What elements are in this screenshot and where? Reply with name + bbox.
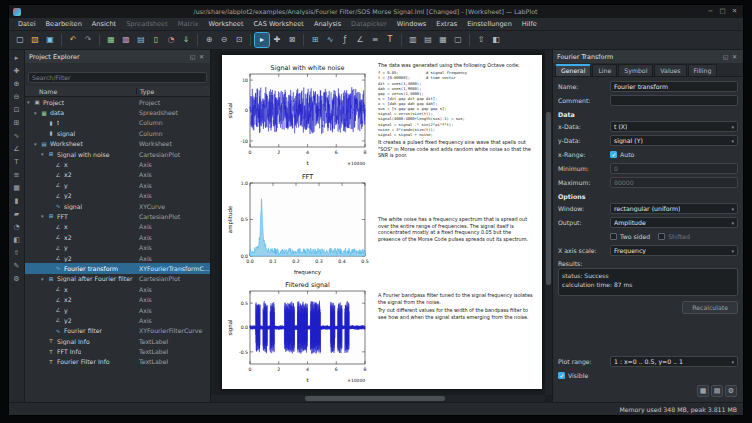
menu-extras[interactable]: Extras <box>431 18 462 31</box>
menu-datei[interactable]: Datei <box>13 18 41 31</box>
tree-row[interactable]: ∠yAxis <box>25 305 210 315</box>
histogram-tool-icon[interactable]: ▮ <box>11 195 23 207</box>
export-tool-icon[interactable]: ⇧ <box>11 247 23 259</box>
tree-row[interactable]: ▾⊞FFTCartesianPlot <box>25 211 210 221</box>
add-legend-icon[interactable]: ≡ <box>368 33 382 47</box>
add-text-label-icon[interactable]: T <box>383 33 397 47</box>
new-worksheet-icon[interactable]: ▤ <box>134 33 148 47</box>
add-legend-tool-icon[interactable]: ≡ <box>11 169 23 181</box>
tree-row[interactable]: ∠xAxis <box>25 159 210 169</box>
x-data-select[interactable]: t (X) ▾ <box>610 121 738 132</box>
text-label-filter-info[interactable]: A Fourier bandpass filter tuned to the s… <box>374 276 538 385</box>
new-spreadsheet-icon[interactable]: ▦ <box>104 33 118 47</box>
datapicker-tool-icon[interactable]: ◔ <box>11 221 23 233</box>
horizontal-layout-icon[interactable]: ▤ <box>421 33 435 47</box>
tree-row[interactable]: ▾⊞Signal after Fourier filterCartesianPl… <box>25 274 210 284</box>
undo-icon[interactable]: ↶ <box>66 33 80 47</box>
plot-fft[interactable]: FFT0.00.10.20.30.40.50.00.51.0frequencya… <box>224 168 374 277</box>
tree-row[interactable]: ∠x2Axis <box>25 232 210 242</box>
select-mode-icon[interactable]: ▸ <box>255 33 269 47</box>
text-label-signal-info[interactable]: The data was generated using the followi… <box>374 59 538 168</box>
output-select[interactable]: Amplitude ▾ <box>610 217 738 228</box>
recalculate-button[interactable]: Recalculate <box>682 301 738 314</box>
add-equation-curve-icon[interactable]: ƒ <box>338 33 352 47</box>
column-header-type[interactable]: Type <box>136 88 210 95</box>
close-properties-icon[interactable]: ✕ <box>730 53 739 60</box>
tree-row[interactable]: TFFT InfoTextLabel <box>25 346 210 356</box>
menu-spreadsheet[interactable]: Spreadsheet <box>121 18 173 31</box>
float-properties-icon[interactable]: ◱ <box>721 53 730 60</box>
plot-filtered-signal[interactable]: Filtered signal02468-0.50.00.5t×10000sig… <box>224 276 374 385</box>
plot-range-select[interactable]: 1 : x=0 .. 0.5, y=0 .. 1 ▾ <box>610 356 738 367</box>
menu-ansicht[interactable]: Ansicht <box>87 18 121 31</box>
import-icon[interactable]: ⇓ <box>179 33 193 47</box>
column-header-name[interactable]: Name <box>25 88 136 95</box>
menu-analysis[interactable]: Analysis <box>309 18 346 31</box>
comment-input[interactable] <box>610 95 738 106</box>
vertical-scrollbar[interactable] <box>545 50 552 395</box>
zoom-out-tool-icon[interactable]: ⊖ <box>11 91 23 103</box>
zoom-in-icon[interactable]: ⊕ <box>202 33 216 47</box>
minimize-button[interactable]: − <box>706 7 715 16</box>
tree-row[interactable]: ∠yAxis <box>25 180 210 190</box>
save-project-icon[interactable]: ▣ <box>43 33 57 47</box>
menu-cas-worksheet[interactable]: CAS Worksheet <box>249 18 309 31</box>
vertical-layout-icon[interactable]: ▥ <box>406 33 420 47</box>
tree-row[interactable]: ∠xAxis <box>25 222 210 232</box>
visible-checkbox[interactable] <box>558 372 565 379</box>
barchart-tool-icon[interactable]: ▰ <box>11 208 23 220</box>
titlebar[interactable]: /usr/share/labplot2/examples/Analysis/Fo… <box>9 5 743 18</box>
add-axis-tool-icon[interactable]: ∠ <box>11 143 23 155</box>
tree-row[interactable]: ∠y2Axis <box>25 253 210 263</box>
menu-matrix[interactable]: Matrix <box>173 18 204 31</box>
x-axis-scale-select[interactable]: Frequency ▾ <box>610 245 738 256</box>
zoom-select-mode-icon[interactable]: ⊠ <box>285 33 299 47</box>
tab-filling[interactable]: Filling <box>688 64 718 76</box>
zoom-fit-tool-icon[interactable]: ⊡ <box>11 104 23 116</box>
zoom-out-icon[interactable]: ⊖ <box>217 33 231 47</box>
tree-row[interactable]: ∿signalXYCurve <box>25 201 210 211</box>
tree-row[interactable]: ∠xAxis <box>25 284 210 294</box>
add-curve-icon[interactable]: ∿ <box>323 33 337 47</box>
redo-icon[interactable]: ↷ <box>81 33 95 47</box>
grid-tool-icon[interactable]: ▦ <box>11 182 23 194</box>
x-range-auto-checkbox[interactable] <box>610 151 617 158</box>
tree-row[interactable]: ∠y2Axis <box>25 315 210 325</box>
add-axis-icon[interactable]: ∠ <box>353 33 367 47</box>
grid-layout-icon[interactable]: ▦ <box>436 33 450 47</box>
tree-row[interactable]: ▮tColumn <box>25 118 210 128</box>
crosshair-tool-icon[interactable]: ✚ <box>11 65 23 77</box>
add-plot-icon[interactable]: ⊞ <box>308 33 322 47</box>
tree-row[interactable]: ∿Fourier transformXYFourierTransformCurv… <box>25 263 210 273</box>
dock-settings-icon[interactable]: ⚙ <box>725 385 737 397</box>
float-dock-icon[interactable]: ◱ <box>188 53 197 60</box>
horizontal-scrollbar[interactable] <box>211 395 545 402</box>
search-input[interactable] <box>28 72 207 83</box>
menu-hilfe[interactable]: Hilfe <box>517 18 542 31</box>
zoom-fit-icon[interactable]: ⊡ <box>232 33 246 47</box>
new-project-icon[interactable]: ▢ <box>13 33 27 47</box>
pan-mode-icon[interactable]: ✚ <box>270 33 284 47</box>
tree-row[interactable]: TSignal InfoTextLabel <box>25 336 210 346</box>
close-dock-icon[interactable]: ✕ <box>197 53 206 60</box>
new-datapicker-icon[interactable]: ◔ <box>164 33 178 47</box>
tree-row[interactable]: ▾⊞Signal with noiseCartesianPlot <box>25 149 210 159</box>
tab-line[interactable]: Line <box>592 64 617 76</box>
two-sided-checkbox[interactable] <box>610 233 617 240</box>
text-label-fft-info[interactable]: The white noise has a frequency spectrum… <box>374 168 538 277</box>
vertical-scrollbar-thumb[interactable] <box>546 112 551 285</box>
tree-row[interactable]: TFourier Filter InfoTextLabel <box>25 357 210 367</box>
theme-icon[interactable]: ◧ <box>489 33 503 47</box>
tree-row[interactable]: ▾▤WorksheetWorksheet <box>25 139 210 149</box>
tree-column-headers[interactable]: Name Type <box>25 86 210 97</box>
add-text-tool-icon[interactable]: T <box>11 156 23 168</box>
close-button[interactable]: ✕ <box>730 7 739 16</box>
color-tool-icon[interactable]: ◧ <box>11 234 23 246</box>
break-layout-icon[interactable]: ▢ <box>451 33 465 47</box>
tree-row[interactable]: ▮signalColumn <box>25 128 210 138</box>
new-note-icon[interactable]: ▯ <box>149 33 163 47</box>
maximize-button[interactable]: □ <box>718 7 727 16</box>
tree-row[interactable]: ∠x2Axis <box>25 170 210 180</box>
zoom-in-tool-icon[interactable]: ⊕ <box>11 78 23 90</box>
plot-signal-with-noise[interactable]: Signal with white noise02468-10010t×1000… <box>224 59 374 168</box>
